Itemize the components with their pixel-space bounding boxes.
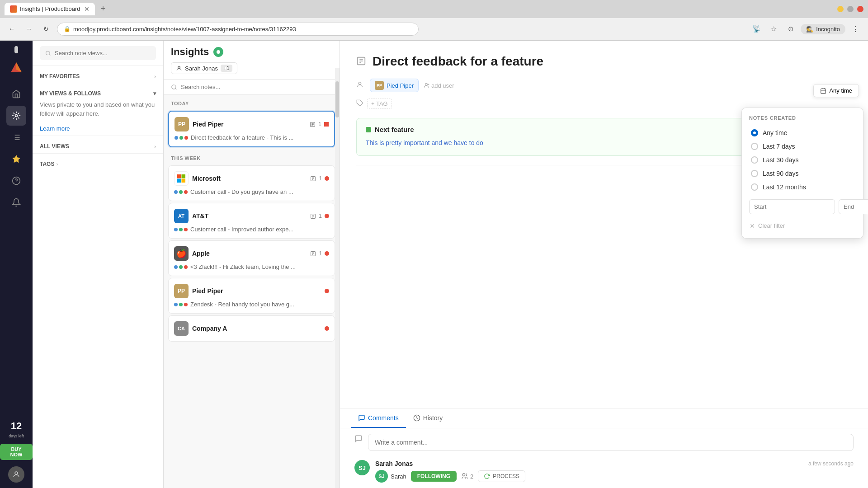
apple-count: 1 <box>319 250 322 257</box>
svg-point-15 <box>178 66 180 68</box>
all-views-label: ALL VIEWS <box>40 143 69 150</box>
svg-point-42 <box>359 82 361 84</box>
note-card-att[interactable]: AT AT&T 1 <box>168 203 335 239</box>
my-views-label: MY VIEWS & FOLLOWS <box>40 90 101 97</box>
add-user-btn[interactable]: add user <box>423 82 454 89</box>
att-avatar: AT <box>174 209 189 223</box>
add-tag-btn[interactable]: + TAG <box>367 99 392 109</box>
history-tab[interactable]: History <box>406 409 450 428</box>
note-doc-icon <box>310 122 316 127</box>
today-section-label: TODAY <box>171 101 189 106</box>
date-start-input[interactable] <box>749 199 835 214</box>
comments-tab-label: Comments <box>368 414 399 422</box>
radio-last-7 <box>751 143 758 150</box>
active-tab[interactable]: Insights | Productboard ✕ <box>5 3 95 15</box>
date-end-input[interactable] <box>839 199 868 214</box>
follow-count: 2 <box>470 473 473 480</box>
option-last-7[interactable]: Last 7 days <box>749 140 856 153</box>
buy-now-button[interactable]: BUY NOW <box>0 444 33 460</box>
att-dots <box>174 228 188 231</box>
user-avatar[interactable] <box>8 466 24 483</box>
note-card-microsoft[interactable]: Microsoft 1 Customer call - Do <box>168 165 335 201</box>
add-user-label: add user <box>431 82 454 89</box>
nav-star-icon[interactable] <box>6 149 26 169</box>
filter-status-indicator <box>213 47 223 57</box>
ca-unread <box>325 326 329 331</box>
apple-company-name: Apple <box>192 250 210 257</box>
comments-icon <box>358 414 365 422</box>
incognito-btn[interactable]: 🕵️ Incognito <box>801 24 845 34</box>
radio-last-90 <box>751 170 758 177</box>
ms-note-count: 1 <box>319 175 322 182</box>
reload-button[interactable]: ↻ <box>40 23 52 35</box>
all-views-section[interactable]: ALL VIEWS › <box>40 143 156 150</box>
process-button[interactable]: PROCESS <box>478 470 525 482</box>
learn-more-link[interactable]: Learn more <box>40 125 156 132</box>
note-card-pied-piper-today[interactable]: PP Pied Piper 1 <box>168 111 335 147</box>
assignee-label: Sarah Jonas <box>185 65 218 72</box>
company-pill[interactable]: PP Pied Piper <box>370 79 419 92</box>
tab-close-btn[interactable]: ✕ <box>84 5 90 13</box>
days-left-number: 12 <box>11 421 22 431</box>
forward-button[interactable]: → <box>23 23 35 35</box>
comment-input[interactable] <box>368 434 854 451</box>
option-last-12-months[interactable]: Last 12 months <box>749 180 856 194</box>
search-note-views-input[interactable] <box>55 50 151 56</box>
svg-line-17 <box>175 88 177 89</box>
tags-section[interactable]: TAGS › <box>40 161 156 167</box>
nav-insights-icon[interactable] <box>6 106 26 126</box>
assignee-filter-btn[interactable]: Sarah Jonas +1 <box>171 62 237 74</box>
lock-icon: 🔒 <box>64 26 71 32</box>
company-a-avatar: CA <box>174 321 189 336</box>
following-button[interactable]: FOLLOWING <box>411 471 457 482</box>
note-card-apple[interactable]: 🍎 Apple 1 <box>168 240 335 276</box>
minimize-btn[interactable] <box>837 6 844 12</box>
days-left-label: days left <box>9 434 24 438</box>
profile-btn[interactable]: ⊙ <box>783 22 798 36</box>
cast-btn[interactable]: 📡 <box>749 22 764 36</box>
microsoft-avatar <box>174 171 189 186</box>
app-logo[interactable] <box>7 59 25 77</box>
nav-list-icon[interactable] <box>6 127 26 147</box>
user-icon <box>176 65 182 71</box>
add-user-icon <box>423 82 429 89</box>
svg-point-16 <box>172 84 176 89</box>
note-card-pied-piper-week[interactable]: PP Pied Piper Zendesk - Real handy t <box>168 278 335 314</box>
my-favorites-section[interactable]: MY FAVORITES › <box>40 73 156 80</box>
scroll-thumb[interactable] <box>335 81 339 117</box>
note-tabs: Comments History <box>340 408 868 428</box>
apple-unread <box>325 251 329 256</box>
note-detail-title: Direct feedback for a feature <box>373 53 852 70</box>
maximize-btn[interactable] <box>847 6 854 12</box>
nav-help-icon[interactable] <box>6 171 26 191</box>
company-pill-avatar: PP <box>375 81 384 90</box>
option-any-time[interactable]: Any time <box>749 126 856 140</box>
my-views-section[interactable]: MY VIEWS & FOLLOWS ▾ <box>40 90 156 97</box>
feature-color-indicator <box>366 127 371 132</box>
unread-indicator <box>324 122 329 127</box>
back-button[interactable]: ← <box>5 23 18 35</box>
nav-bell-icon[interactable] <box>6 192 26 212</box>
nav-home-icon[interactable] <box>6 84 26 104</box>
address-bar[interactable]: 🔒 moodjoy.productboard.com/insights/note… <box>57 23 419 36</box>
close-btn[interactable] <box>857 6 863 12</box>
clear-icon <box>749 223 755 229</box>
views-empty-text: Views private to you and based on what y… <box>40 100 156 123</box>
clear-filter-btn[interactable]: Clear filter <box>749 221 856 231</box>
any-time-btn[interactable]: Any time <box>813 84 859 97</box>
option-last-30[interactable]: Last 30 days <box>749 153 856 167</box>
microsoft-company-name: Microsoft <box>192 175 221 182</box>
bookmark-btn[interactable]: ☆ <box>766 22 781 36</box>
att-preview: Customer call - Improved author expe... <box>190 226 293 233</box>
my-views-chevron: ▾ <box>153 90 156 97</box>
new-tab-button[interactable]: + <box>97 3 109 15</box>
tag-meta-icon <box>356 99 363 108</box>
notes-search-input[interactable] <box>181 84 332 90</box>
menu-btn[interactable]: ⋮ <box>848 22 863 36</box>
any-time-label: Any time <box>829 87 852 94</box>
note-card-company-a[interactable]: CA Company A <box>168 315 335 342</box>
svg-point-48 <box>462 474 465 476</box>
svg-rect-24 <box>177 178 181 183</box>
comments-tab[interactable]: Comments <box>351 409 406 428</box>
option-last-90[interactable]: Last 90 days <box>749 167 856 180</box>
